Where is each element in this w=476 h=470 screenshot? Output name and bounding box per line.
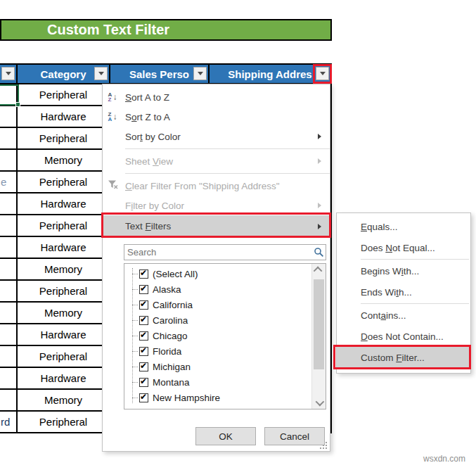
tree-dash: [132, 382, 138, 383]
cell-category[interactable]: Memory: [18, 259, 110, 281]
submenu-item-label: Equals...: [361, 222, 398, 232]
list-item-select-all[interactable]: (Select All): [124, 266, 326, 281]
scrollbar[interactable]: [311, 264, 326, 409]
checkbox[interactable]: [139, 409, 148, 410]
cell-hidden-column[interactable]: [0, 150, 18, 172]
submenu-item-contains[interactable]: Contains...: [337, 305, 470, 326]
cell-hidden-column[interactable]: e: [0, 172, 18, 193]
cell-category[interactable]: Peripheral: [18, 84, 110, 106]
cell-hidden-column[interactable]: [0, 303, 18, 324]
submenu-item-equals[interactable]: Equals...: [337, 216, 470, 237]
category-value: Hardware: [40, 329, 86, 341]
category-value: Hardware: [40, 241, 86, 253]
filter-value-list: (Select All)AlaskaCaliforniaCarolinaChic…: [124, 263, 326, 409]
cell-category[interactable]: Hardware: [18, 106, 110, 128]
cell-hidden-column[interactable]: [0, 390, 18, 412]
cell-hidden-column[interactable]: [0, 215, 18, 237]
submenu-item-does-not-contain[interactable]: Does Not Contain...: [337, 326, 470, 347]
cell-category[interactable]: Memory: [18, 303, 110, 324]
submenu-item-begins-with[interactable]: Begins With...: [337, 260, 470, 281]
menu-item-label: Clear Filter From "Shipping Address": [125, 181, 280, 191]
submenu-item-custom-filter[interactable]: Custom Filter...: [337, 347, 470, 368]
list-item-california[interactable]: California: [124, 297, 326, 312]
cell-category[interactable]: Hardware: [18, 324, 110, 346]
checkbox[interactable]: [139, 362, 148, 371]
category-value: Hardware: [40, 372, 86, 384]
list-item-label: Carolina: [153, 315, 188, 326]
checkbox[interactable]: [139, 331, 148, 341]
submenu-arrow-icon: [318, 134, 321, 139]
submenu-item-does-not-equal[interactable]: Does Not Equal...: [337, 237, 470, 258]
cell-category[interactable]: Memory: [18, 390, 110, 412]
checkbox[interactable]: [139, 300, 148, 310]
list-item-label: (Select All): [153, 269, 198, 279]
cell-category[interactable]: Peripheral: [18, 215, 110, 237]
cell-category[interactable]: Peripheral: [18, 172, 110, 193]
tree-dash: [132, 320, 138, 321]
menu-item-sort-by-color[interactable]: Sort by Color: [103, 127, 330, 146]
menu-item-sort-a-to-z[interactable]: AZ↓Sort A to Z: [103, 87, 330, 107]
filter-button-category[interactable]: [94, 67, 108, 80]
checkbox[interactable]: [139, 347, 148, 356]
cell-hidden-column[interactable]: [0, 84, 18, 106]
cancel-button[interactable]: Cancel: [264, 427, 325, 445]
column-header-shipping-address: Shipping Addres: [210, 65, 332, 84]
checkbox[interactable]: [139, 285, 148, 294]
cell-category[interactable]: Hardware: [18, 237, 110, 259]
checkbox[interactable]: [139, 316, 148, 325]
scroll-up-button[interactable]: [312, 264, 326, 276]
list-item-chicago[interactable]: Chicago: [124, 328, 326, 343]
menu-item-label: Sort A to Z: [125, 92, 169, 103]
cell-hidden-column[interactable]: [0, 259, 18, 281]
menu-item-clear-filter-from-shipping-address: Clear Filter From "Shipping Address": [103, 176, 330, 196]
cell-category[interactable]: Peripheral: [18, 281, 110, 303]
search-input[interactable]: [124, 245, 311, 260]
cell-hidden-column[interactable]: [0, 346, 18, 368]
tree-dash: [132, 274, 138, 274]
title-banner: Custom Text Filter: [0, 19, 332, 41]
cell-hidden-column[interactable]: [0, 193, 18, 215]
cell-hidden-column[interactable]: [0, 128, 18, 150]
submenu-arrow-icon: [318, 158, 321, 164]
cell-hidden-column[interactable]: [0, 368, 18, 390]
menu-item-text-filters[interactable]: Text Filters: [103, 215, 330, 237]
menu-item-icon-slot: ZA↓: [103, 112, 122, 122]
tree-dash: [132, 289, 138, 290]
tree-dash: [132, 336, 138, 336]
list-item-montana[interactable]: Montana: [124, 374, 326, 390]
scroll-thumb[interactable]: [314, 279, 324, 369]
cell-category[interactable]: Hardware: [18, 193, 110, 215]
filter-button-sales-person[interactable]: [193, 67, 207, 80]
filter-button-hidden-column[interactable]: [1, 67, 15, 80]
list-item-label: Florida: [153, 346, 181, 357]
list-item-new-york[interactable]: New York: [124, 405, 326, 409]
cell-hidden-column[interactable]: [0, 324, 18, 346]
sort-za-icon: ZA↓: [108, 112, 117, 122]
category-value: Peripheral: [39, 176, 87, 188]
filter-button-shipping-address[interactable]: [316, 67, 329, 80]
list-item-new-hampshire[interactable]: New Hampshire: [124, 390, 326, 405]
menu-item-sort-z-to-a[interactable]: ZA↓Sort Z to A: [103, 107, 330, 127]
list-item-alaska[interactable]: Alaska: [124, 281, 326, 297]
ok-button[interactable]: OK: [195, 427, 256, 445]
category-value: Peripheral: [39, 416, 87, 428]
list-item-carolina[interactable]: Carolina: [124, 312, 326, 328]
cell-category[interactable]: Peripheral: [18, 128, 110, 150]
checkbox[interactable]: [139, 269, 148, 279]
cell-category[interactable]: Memory: [18, 150, 110, 172]
submenu-item-ends-with[interactable]: Ends With...: [337, 281, 470, 303]
scroll-down-button[interactable]: [312, 397, 326, 409]
resize-grip[interactable]: [320, 442, 327, 449]
cell-category[interactable]: Peripheral: [18, 412, 110, 433]
menu-item-label: Text Filters: [125, 221, 171, 231]
cell-hidden-column[interactable]: [0, 281, 18, 303]
cell-category[interactable]: Hardware: [18, 368, 110, 390]
cell-hidden-column[interactable]: rd: [0, 412, 18, 433]
list-item-florida[interactable]: Florida: [124, 343, 326, 359]
cell-hidden-column[interactable]: [0, 106, 18, 128]
list-item-michigan[interactable]: Michigan: [124, 359, 326, 374]
checkbox[interactable]: [139, 393, 148, 402]
checkbox[interactable]: [139, 378, 148, 387]
cell-hidden-column[interactable]: [0, 237, 18, 259]
cell-category[interactable]: Peripheral: [18, 346, 110, 368]
